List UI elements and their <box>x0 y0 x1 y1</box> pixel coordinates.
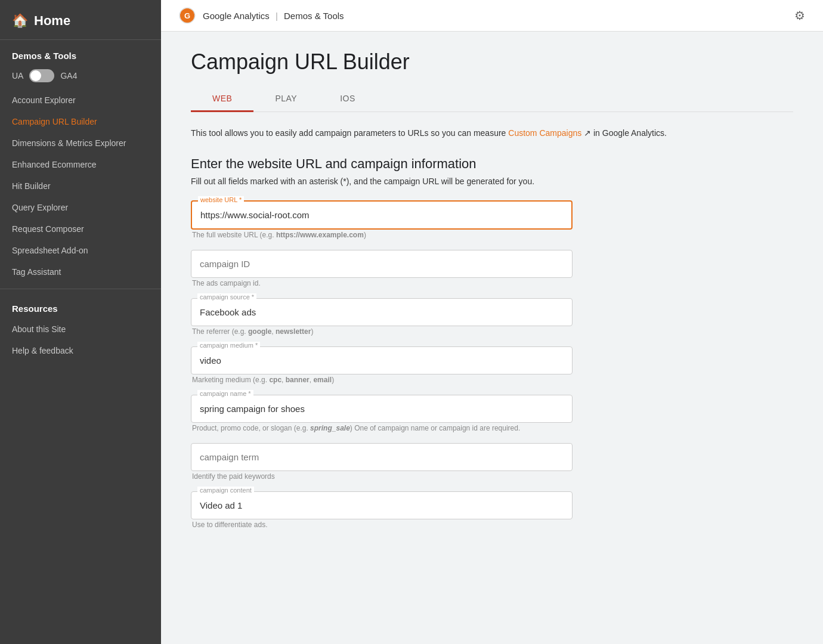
campaign-name-wrapper: campaign name * <box>191 395 573 423</box>
tab-web[interactable]: WEB <box>191 86 253 112</box>
sidebar-item-account-explorer[interactable]: Account Explorer <box>0 89 161 111</box>
sidebar-section-label: Demos & Tools <box>0 40 161 66</box>
form-group-campaign-medium: campaign medium * Marketing medium (e.g.… <box>191 346 573 384</box>
sidebar-resources-label: Resources <box>0 295 161 318</box>
page-title: Campaign URL Builder <box>191 49 793 75</box>
svg-text:G: G <box>184 11 190 20</box>
campaign-name-input[interactable] <box>191 395 572 422</box>
campaign-term-input[interactable] <box>191 444 572 470</box>
campaign-id-hint: The ads campaign id. <box>191 279 573 287</box>
toggle-row: UA GA4 <box>0 66 161 89</box>
topbar-brand: Google Analytics | Demos & Tools <box>203 11 344 21</box>
sidebar-item-campaign-url-builder[interactable]: Campaign URL Builder <box>0 111 161 132</box>
website-url-label: website URL * <box>198 196 244 203</box>
sidebar-item-about-site[interactable]: About this Site <box>0 318 161 340</box>
campaign-medium-input[interactable] <box>191 347 572 374</box>
campaign-content-input[interactable] <box>191 492 572 519</box>
website-url-input[interactable] <box>192 202 571 228</box>
toggle-ga4-label: GA4 <box>60 71 77 80</box>
tab-play[interactable]: PLAY <box>253 86 318 112</box>
campaign-term-hint: Identify the paid keywords <box>191 472 573 481</box>
sidebar-home-label: Home <box>34 13 70 29</box>
sidebar-divider <box>0 289 161 289</box>
tabs-container: WEB PLAY IOS <box>191 86 793 112</box>
sidebar: 🏠 Home Demos & Tools UA GA4 Account Expl… <box>0 0 161 644</box>
toggle-ua-label: UA <box>12 71 23 80</box>
custom-campaigns-link[interactable]: Custom Campaigns <box>508 128 581 138</box>
form-group-website-url: website URL * The full website URL (e.g.… <box>191 200 573 239</box>
campaign-content-label: campaign content <box>197 487 254 494</box>
campaign-source-label: campaign source * <box>197 293 256 301</box>
campaign-medium-hint: Marketing medium (e.g. cpc, banner, emai… <box>191 376 573 384</box>
description-text: This tool allows you to easily add campa… <box>191 126 698 140</box>
sidebar-home[interactable]: 🏠 Home <box>0 0 161 40</box>
ua-ga4-toggle[interactable] <box>29 69 54 82</box>
form-group-campaign-name: campaign name * Product, promo code, or … <box>191 395 573 432</box>
campaign-source-input[interactable] <box>191 299 572 326</box>
campaign-term-wrapper <box>191 443 573 471</box>
campaign-medium-wrapper: campaign medium * <box>191 346 573 374</box>
section-heading: Enter the website URL and campaign infor… <box>191 156 793 172</box>
website-url-wrapper: website URL * <box>191 200 573 230</box>
gear-icon[interactable]: ⚙ <box>794 8 805 23</box>
sidebar-item-enhanced-ecommerce[interactable]: Enhanced Ecommerce <box>0 154 161 175</box>
sidebar-item-help-feedback[interactable]: Help & feedback <box>0 340 161 361</box>
campaign-id-wrapper <box>191 250 573 278</box>
sidebar-item-hit-builder[interactable]: Hit Builder <box>0 175 161 197</box>
campaign-medium-label: campaign medium * <box>197 342 260 349</box>
tab-ios[interactable]: IOS <box>318 86 377 112</box>
campaign-source-hint: The referrer (e.g. google, newsletter) <box>191 327 573 336</box>
website-url-hint: The full website URL (e.g. https://www.e… <box>191 231 573 239</box>
campaign-source-wrapper: campaign source * <box>191 298 573 326</box>
topbar-pipe: | <box>273 11 280 21</box>
form-group-campaign-source: campaign source * The referrer (e.g. goo… <box>191 298 573 336</box>
home-icon: 🏠 <box>12 13 28 29</box>
sidebar-item-request-composer[interactable]: Request Composer <box>0 218 161 240</box>
form-group-campaign-content: campaign content Use to differentiate ad… <box>191 491 573 529</box>
campaign-name-label: campaign name * <box>197 390 253 397</box>
toggle-knob <box>30 70 41 81</box>
sidebar-item-spreadsheet-addon[interactable]: Spreadsheet Add-on <box>0 240 161 261</box>
sidebar-item-dimensions-metrics[interactable]: Dimensions & Metrics Explorer <box>0 132 161 154</box>
sidebar-item-tag-assistant[interactable]: Tag Assistant <box>0 261 161 283</box>
campaign-content-wrapper: campaign content <box>191 491 573 519</box>
topbar: G Google Analytics | Demos & Tools ⚙ <box>161 0 823 32</box>
form-group-campaign-term: Identify the paid keywords <box>191 443 573 481</box>
page-content: Campaign URL Builder WEB PLAY IOS This t… <box>161 32 823 564</box>
sidebar-item-query-explorer[interactable]: Query Explorer <box>0 197 161 218</box>
campaign-content-hint: Use to differentiate ads. <box>191 521 573 529</box>
section-subheading: Fill out all fields marked with an aster… <box>191 177 793 186</box>
campaign-name-hint: Product, promo code, or slogan (e.g. spr… <box>191 424 573 432</box>
main-content: G Google Analytics | Demos & Tools ⚙ Cam… <box>161 0 823 644</box>
campaign-id-input[interactable] <box>191 250 572 277</box>
ga-logo-icon: G <box>179 7 196 24</box>
form-group-campaign-id: The ads campaign id. <box>191 250 573 287</box>
